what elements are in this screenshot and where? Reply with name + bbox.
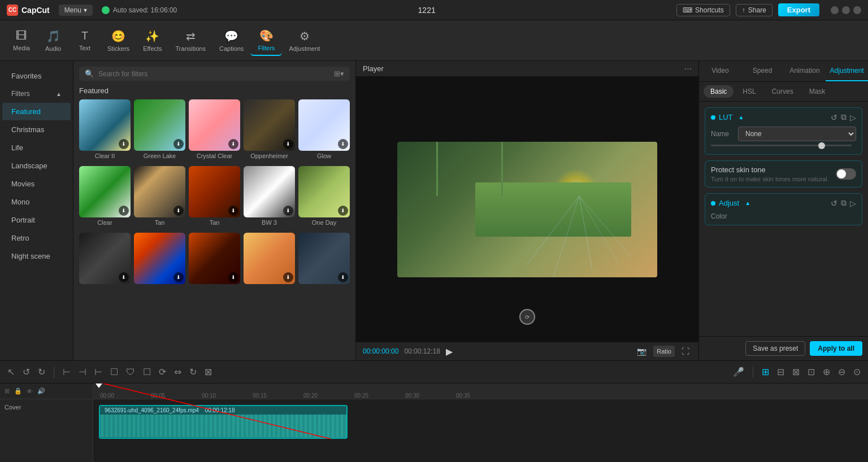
save-preset-button[interactable]: Save as preset	[745, 341, 805, 356]
loop-button[interactable]: ⟳	[157, 365, 168, 379]
close-button[interactable]	[853, 6, 861, 14]
toolbar-item-media[interactable]: 🎞 Media	[6, 26, 37, 55]
toolbar-item-text[interactable]: T Text	[69, 26, 101, 55]
filter-download-r5[interactable]: ⬇	[338, 272, 348, 282]
filter-item-crystalclear[interactable]: ⬇ Crystal Clear	[189, 99, 240, 159]
apply-all-button[interactable]: Apply to all	[810, 341, 862, 356]
filter-download-oneday[interactable]: ⬇	[338, 206, 348, 216]
lut-undo-button[interactable]: ↺	[831, 113, 837, 122]
filter-icon[interactable]: ⊞▾	[334, 69, 344, 78]
right-tab-speed[interactable]: Speed	[741, 61, 784, 81]
flip-button[interactable]: ⇔	[172, 365, 183, 379]
filter-download-crystalclear[interactable]: ⬇	[228, 139, 238, 149]
split-button[interactable]: ⊢	[61, 365, 72, 379]
filter-download-clear2[interactable]: ⬇	[119, 139, 129, 149]
fullscreen-button[interactable]: ⛶	[679, 346, 692, 357]
sub-tab-curves[interactable]: Curves	[765, 85, 800, 98]
filter-download-clear[interactable]: ⬇	[119, 206, 129, 216]
sub-tab-hsl[interactable]: HSL	[736, 85, 762, 98]
toolbar-item-filters[interactable]: 🎨 Filters	[250, 25, 282, 56]
maximize-button[interactable]	[842, 6, 850, 14]
minimize-button[interactable]	[831, 6, 839, 14]
filter-item-r1[interactable]: ⬇	[79, 233, 131, 286]
cover-label[interactable]: Cover	[5, 404, 21, 411]
share-button[interactable]: ↑ Share	[736, 4, 772, 16]
trim-left-button[interactable]: ⊣	[77, 365, 88, 379]
search-input[interactable]	[98, 70, 329, 78]
filter-item-r4[interactable]: ⬇	[244, 233, 295, 286]
sidebar-item-mono[interactable]: Mono	[2, 193, 71, 211]
sidebar-item-night_scene[interactable]: Night scene	[2, 247, 71, 265]
crop-button[interactable]: ☐	[141, 365, 153, 379]
lut-more-button[interactable]: ▷	[850, 113, 856, 122]
trim-right-button[interactable]: ⊢	[93, 365, 104, 379]
toolbar-item-effects[interactable]: ✨ Effects	[136, 26, 168, 55]
lut-intensity-slider[interactable]	[711, 145, 852, 146]
mic-button[interactable]: 🎤	[731, 365, 746, 379]
sidebar-item-retro[interactable]: Retro	[2, 229, 71, 247]
toolbar-item-audio[interactable]: 🎵 Audio	[37, 26, 69, 55]
play-button[interactable]: ▶	[446, 346, 453, 357]
filter-item-r3[interactable]: ⬇	[189, 233, 240, 286]
filter-item-clear2[interactable]: ⬇ Clear II	[79, 99, 131, 159]
zoom-out-button[interactable]: ⊖	[836, 365, 847, 379]
undo-button[interactable]: ↺	[21, 365, 32, 379]
sidebar-item-portrait[interactable]: Portrait	[2, 211, 71, 229]
aspect-ratio-button[interactable]: Ratio	[653, 346, 675, 357]
right-tab-video[interactable]: Video	[699, 61, 741, 81]
menu-button[interactable]: Menu ▾	[59, 5, 93, 16]
delete-button[interactable]: ☐	[108, 365, 120, 379]
filter-item-tan1[interactable]: ⬇ Tan	[134, 166, 185, 226]
filter-download-greenlake[interactable]: ⬇	[173, 139, 184, 149]
toolbar-item-captions[interactable]: 💬 Captions	[212, 26, 250, 55]
filter-item-glow[interactable]: ⬇ Glow	[298, 99, 350, 159]
filter-item-r2[interactable]: ⬇	[134, 233, 185, 286]
zoom-in-button[interactable]: ⊕	[821, 365, 832, 379]
detach-button[interactable]: ⊡	[806, 365, 817, 379]
rotate-button[interactable]: ↻	[188, 365, 198, 379]
sidebar-item-movies[interactable]: Movies	[2, 175, 71, 193]
filter-item-bw3[interactable]: ⬇ BW 3	[244, 166, 295, 226]
right-tab-adjustment[interactable]: Adjustment	[826, 61, 868, 81]
video-clip[interactable]: 9632691-uhd_4096_2160_24fps.mp4 00:00:12…	[99, 405, 348, 439]
adjust-undo-button[interactable]: ↺	[831, 199, 837, 208]
split-audio-button[interactable]: ⊟	[775, 365, 786, 379]
fit-button[interactable]: ⊙	[852, 365, 862, 379]
redo-button[interactable]: ↻	[36, 365, 47, 379]
filter-download-r2[interactable]: ⬇	[173, 272, 184, 282]
filter-download-bw3[interactable]: ⬇	[283, 206, 293, 216]
sidebar-item-life[interactable]: Life	[2, 139, 71, 156]
player-menu-icon[interactable]: ⋯	[684, 64, 692, 73]
lut-name-select[interactable]: None	[738, 127, 856, 141]
filter-download-tan2[interactable]: ⬇	[228, 206, 238, 216]
adjust-copy-button[interactable]: ⧉	[841, 198, 847, 208]
filter-download-r4[interactable]: ⬇	[283, 272, 293, 282]
filter-item-r5[interactable]: ⬇	[298, 233, 350, 286]
toolbar-item-transitions[interactable]: ⇄ Transitions	[169, 26, 212, 55]
shortcuts-button[interactable]: ⌨ Shortcuts	[676, 4, 730, 16]
filter-item-clear[interactable]: ⬇ Clear	[79, 166, 131, 226]
crop2-button[interactable]: ⊠	[203, 365, 214, 379]
track-mode-button[interactable]: ⊞	[760, 365, 771, 379]
protect-skin-toggle[interactable]	[836, 168, 856, 180]
cursor-tool-button[interactable]: ↖	[6, 365, 16, 379]
export-button[interactable]: Export	[778, 3, 819, 16]
filter-download-r3[interactable]: ⬇	[228, 272, 238, 282]
toolbar-item-adjustment[interactable]: ⚙ Adjustment	[282, 26, 327, 55]
sidebar-item-filters[interactable]: Filters▲	[2, 85, 71, 102]
right-tab-animation[interactable]: Animation	[784, 61, 826, 81]
sidebar-item-favorites[interactable]: Favorites	[2, 67, 71, 85]
sidebar-item-featured[interactable]: Featured	[2, 103, 71, 120]
sidebar-item-christmas[interactable]: Christmas	[2, 121, 71, 138]
adjust-more-button[interactable]: ▷	[850, 199, 856, 208]
sidebar-item-landscape[interactable]: Landscape	[2, 157, 71, 175]
sub-tab-basic[interactable]: Basic	[704, 85, 734, 98]
lut-copy-button[interactable]: ⧉	[841, 112, 847, 122]
snapshot-button[interactable]: 📷	[635, 346, 649, 357]
filter-download-r1[interactable]: ⬇	[119, 272, 129, 282]
filter-item-oppenheimer[interactable]: ⬇ Oppenheimer	[244, 99, 295, 159]
sub-tab-mask[interactable]: Mask	[802, 85, 832, 98]
filter-download-tan1[interactable]: ⬇	[173, 206, 184, 216]
replace-button[interactable]: ⊠	[791, 365, 801, 379]
filter-download-glow[interactable]: ⬇	[338, 139, 348, 149]
